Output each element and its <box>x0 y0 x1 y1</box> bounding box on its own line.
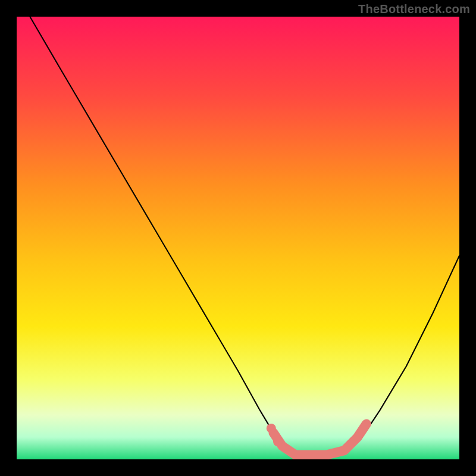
bottleneck-plot <box>17 17 459 459</box>
watermark-text: TheBottleneck.com <box>358 2 470 16</box>
gradient-background <box>17 17 459 459</box>
highlight-dot-1 <box>273 437 283 446</box>
highlight-dot-0 <box>267 424 276 433</box>
chart-svg <box>17 17 459 459</box>
chart-frame: TheBottleneck.com <box>0 0 476 476</box>
